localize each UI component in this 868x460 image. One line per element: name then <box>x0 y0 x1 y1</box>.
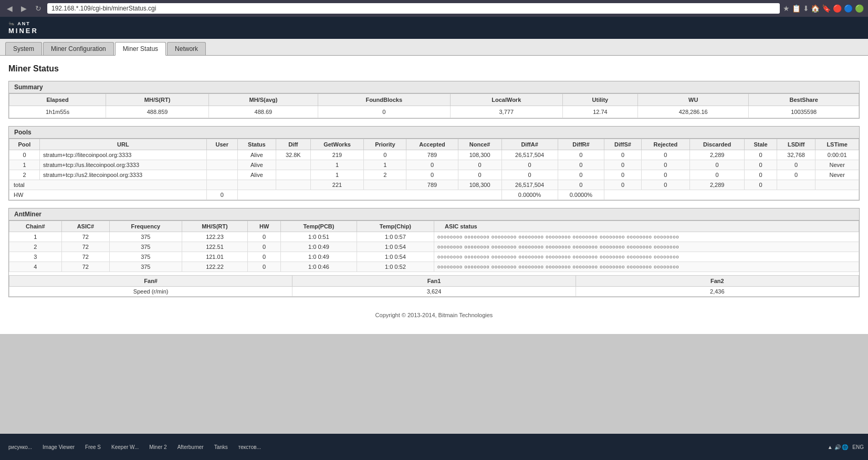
col-url: URL <box>39 139 206 150</box>
mhrt-value: 488.859 <box>106 106 209 118</box>
pool-diffr: 0 <box>558 150 604 160</box>
total-accepted: 789 <box>406 180 458 190</box>
hw-empty <box>237 190 501 200</box>
freq: 375 <box>109 262 182 272</box>
chain-num: 2 <box>9 242 62 252</box>
antminer-row: 3 72 375 121.01 0 1:0 0:49 1:0 0:54 oooo… <box>9 252 859 262</box>
summary-header: Summary <box>9 81 859 93</box>
col-lsdiff: LSDiff <box>777 139 815 150</box>
col-mhrt: MH/S(RT) <box>182 221 247 232</box>
antminer-section: AntMiner Chain# ASIC# Frequency MH/S(RT)… <box>8 208 860 297</box>
chain-num: 3 <box>9 252 62 262</box>
logo: 🐜 ANT MINER <box>8 21 38 35</box>
pool-rejected: 0 <box>641 160 690 170</box>
pool-accepted: 0 <box>406 160 458 170</box>
pool-diffs: 0 <box>604 160 641 170</box>
asic-status-val: oooooooo oooooooo oooooooo oooooooo oooo… <box>434 242 859 252</box>
forward-button[interactable]: ▶ <box>18 3 29 14</box>
logo-ant: 🐜 ANT <box>8 21 38 27</box>
asic-num: 72 <box>61 262 109 272</box>
browser-chrome: ◀ ▶ ↻ 192.168.*.109/cgi-bin/minerStatus.… <box>0 0 868 17</box>
pool-diffs: 0 <box>604 150 641 160</box>
footer: Copyright © 2013-2014, Bitmain Technolog… <box>8 305 860 326</box>
pool-diff <box>276 170 311 180</box>
col-foundblocks: FoundBlocks <box>318 94 450 106</box>
pool-diff <box>276 160 311 170</box>
col-localwork: LocalWork <box>450 94 562 106</box>
tab-network[interactable]: Network <box>167 42 206 55</box>
pool-diffa: 0 <box>501 160 558 170</box>
col-temp-pcb: Temp(PCB) <box>281 221 357 232</box>
pool-total-row: total 221 789 108,300 26,517,504 0 0 0 2… <box>9 180 859 190</box>
fan1-header: Fan1 <box>292 276 576 287</box>
main-content: Miner Status Summary Elapsed MH/S(RT) MH… <box>0 56 868 334</box>
col-mhavg: MH/S(avg) <box>209 94 318 106</box>
pool-rejected: 0 <box>641 150 690 160</box>
pool-lstime: Never <box>815 170 859 180</box>
pools-table: Pool URL User Status Diff GetWorks Prior… <box>9 139 859 200</box>
pool-user <box>206 170 237 180</box>
pool-num: 1 <box>9 160 40 170</box>
asic-num: 72 <box>61 232 109 242</box>
col-status: Status <box>237 139 276 150</box>
temp-chip-val: 1:0 0:54 <box>357 242 434 252</box>
pool-getworks: 219 <box>310 150 364 160</box>
hw-diffa-pct: 0.0000% <box>501 190 558 200</box>
fan2-speed-val: 2,436 <box>576 287 859 297</box>
pool-lstime: Never <box>815 160 859 170</box>
total-stale: 0 <box>745 180 777 190</box>
total-lsdiff <box>777 180 815 190</box>
pool-accepted: 789 <box>406 150 458 160</box>
pool-diffr: 0 <box>558 160 604 170</box>
total-label: total <box>9 180 207 190</box>
fan-speed-row: Speed (r/min) 3,624 2,436 <box>9 287 859 297</box>
col-bestshare: BestShare <box>749 94 859 106</box>
hw-val: 0 <box>248 252 281 262</box>
antminer-table: Chain# ASIC# Frequency MH/S(RT) HW Temp(… <box>9 221 859 272</box>
tab-miner-configuration[interactable]: Miner Configuration <box>43 42 114 55</box>
asic-status-val: oooooooo oooooooo oooooooo oooooooo oooo… <box>434 232 859 242</box>
pool-nonce: 0 <box>458 170 501 180</box>
pool-row: 0 stratum+tcp://litecoinpool.org:3333 Al… <box>9 150 859 160</box>
pool-row: 1 stratum+tcp://us.litecoinpool.org:3333… <box>9 160 859 170</box>
utility-value: 12.74 <box>562 106 637 118</box>
tab-system[interactable]: System <box>5 42 42 55</box>
pool-diff: 32.8K <box>276 150 311 160</box>
pool-url: stratum+tcp://litecoinpool.org:3333 <box>39 150 206 160</box>
tab-miner-status[interactable]: Miner Status <box>115 42 166 56</box>
hw-empty2 <box>604 190 859 200</box>
freq: 375 <box>109 232 182 242</box>
fan-table: Fan# Fan1 Fan2 Speed (r/min) 3,624 2,436 <box>9 275 859 297</box>
pool-diffa: 0 <box>501 170 558 180</box>
col-diffa: DiffA# <box>501 139 558 150</box>
pool-rejected: 0 <box>641 170 690 180</box>
col-frequency: Frequency <box>109 221 182 232</box>
pool-lsdiff: 0 <box>777 160 815 170</box>
pool-lsdiff: 0 <box>777 170 815 180</box>
pool-stale: 0 <box>745 170 777 180</box>
asic-num: 72 <box>61 252 109 262</box>
col-rejected: Rejected <box>641 139 690 150</box>
hw-label: HW <box>9 190 207 200</box>
col-user: User <box>206 139 237 150</box>
reload-button[interactable]: ↻ <box>33 3 44 14</box>
asic-status-val: oooooooo oooooooo oooooooo oooooooo oooo… <box>434 262 859 272</box>
pool-nonce: 108,300 <box>458 150 501 160</box>
antminer-header: AntMiner <box>9 208 859 221</box>
col-asic: ASIC# <box>61 221 109 232</box>
logo-miner: MINER <box>8 27 38 35</box>
col-diffr: DiffR# <box>558 139 604 150</box>
col-getworks: GetWorks <box>310 139 364 150</box>
temp-chip-val: 1:0 0:52 <box>357 262 434 272</box>
back-button[interactable]: ◀ <box>4 3 15 14</box>
chain-num: 1 <box>9 232 62 242</box>
col-nonce: Nonce# <box>458 139 501 150</box>
summary-section: Summary Elapsed MH/S(RT) MH/S(avg) Found… <box>8 81 860 119</box>
url-bar[interactable]: 192.168.*.109/cgi-bin/minerStatus.cgi <box>47 3 780 14</box>
temp-pcb-val: 1:0 0:49 <box>281 252 357 262</box>
summary-table: Elapsed MH/S(RT) MH/S(avg) FoundBlocks L… <box>9 93 859 118</box>
temp-pcb-val: 1:0 0:51 <box>281 232 357 242</box>
pool-status: Alive <box>237 150 276 160</box>
asic-num: 72 <box>61 242 109 252</box>
pool-getworks: 1 <box>310 160 364 170</box>
